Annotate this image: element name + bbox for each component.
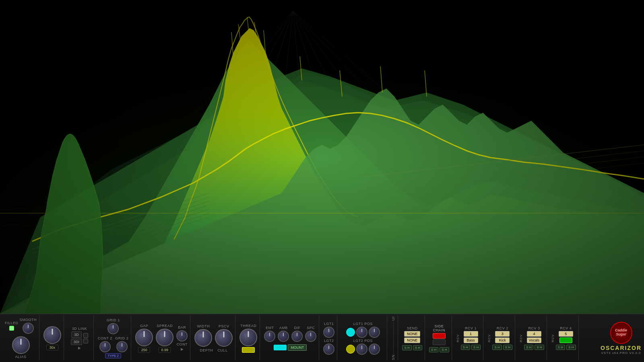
spc-knob[interactable]: [305, 331, 316, 342]
side-chain-led-red: [433, 333, 446, 339]
sh-rcv1-btn2[interactable]: S H: [471, 345, 481, 350]
vocals-label[interactable]: Vocals: [527, 337, 542, 343]
amb-knob[interactable]: [278, 331, 289, 342]
type2-btn[interactable]: TYPE 2: [105, 353, 121, 358]
bar-label: BAR: [178, 325, 186, 329]
lgt1pos-knob1[interactable]: [356, 327, 367, 338]
thread-label: THREAD: [240, 324, 256, 328]
app-title: OSCARIZOR: [601, 345, 642, 351]
sh-rcv3-btn1[interactable]: S H: [524, 345, 533, 350]
sh-rcv1-btn1[interactable]: S H: [461, 345, 470, 350]
cont-label: CONT: [177, 342, 188, 346]
3dlink-section: 3D LINK 3D 3DI ▶: [66, 316, 94, 360]
thread-knob[interactable]: [239, 329, 257, 346]
bar-arrow[interactable]: ▶: [181, 347, 184, 351]
grid2-knob[interactable]: [116, 341, 128, 352]
sh-rcv2-btn1[interactable]: S H: [492, 345, 502, 350]
link-check1[interactable]: [83, 333, 88, 338]
kick-label[interactable]: Kick: [495, 337, 510, 343]
svg-rect-46: [0, 0, 644, 314]
rcv3-vlabel: RCV: [519, 334, 523, 342]
logo-badge: Caddie Sugar: [610, 322, 632, 344]
3di-btn[interactable]: 3DI: [71, 339, 82, 345]
contz-knob[interactable]: [99, 341, 111, 352]
mount-btn[interactable]: MOUNT: [288, 344, 307, 351]
pscv-label: PSCV: [219, 324, 229, 328]
rcv3-section: RCV RCV 3 4 Vocals S H S H: [517, 316, 547, 360]
spectrum-display: 3322.40 Hz / G#7 +0 ct: [0, 0, 644, 314]
app-subtitle: VST3 x64.PRO V3.0.0: [601, 351, 641, 355]
smooth-knob[interactable]: [23, 323, 34, 334]
lgt2-color-led: [346, 345, 355, 354]
none-display[interactable]: NONE: [404, 331, 420, 337]
bass-label[interactable]: Bass: [464, 337, 478, 343]
sh-send-btn[interactable]: S H: [402, 345, 411, 350]
grid1-label: GRID 1: [107, 318, 120, 322]
control-bar: FILLED SMOOTH ALIAS 30x 3D LINK 3D 3DI: [0, 314, 644, 362]
sh-rcv4-btn2[interactable]: S H: [566, 345, 576, 350]
spread-knob[interactable]: [156, 329, 173, 346]
3d-btn[interactable]: 3D: [71, 331, 82, 338]
emt-label: EMT: [266, 326, 274, 330]
filled-checkbox[interactable]: [9, 326, 14, 331]
emt-knob[interactable]: [264, 331, 275, 342]
side-chain-label: SIDECHAIN: [433, 324, 446, 332]
sh-rcv2-btn2[interactable]: S H: [503, 345, 512, 350]
rcv1-vlabel: RCV: [456, 334, 460, 342]
grid-section: GRID 1 CONT Z GRID 2 TYPE 2: [95, 316, 131, 360]
lgt-section: LGT1 LGT2: [321, 316, 337, 360]
gap-spread-section: GAP 250 SPREAD 0.99 BAR CONT ▶: [133, 316, 190, 360]
rcv1-num[interactable]: 1: [464, 331, 478, 337]
grid1-knob[interactable]: [107, 323, 119, 334]
rcv4-num[interactable]: 5: [559, 331, 573, 337]
knob-30x[interactable]: [43, 326, 61, 344]
rcv4-label: RCV 4: [560, 326, 572, 330]
ui-sn-section: UI SN: [389, 316, 398, 360]
lgt1pos-knob2[interactable]: [369, 327, 380, 338]
rcv4-section: RCV RCV 4 5 S H S H: [549, 316, 579, 360]
rcv3-num[interactable]: 4: [527, 331, 541, 337]
lgt2pos-knob1[interactable]: [356, 343, 367, 355]
bar-knob[interactable]: [176, 330, 188, 341]
30x-value: 30x: [46, 345, 58, 350]
rcv3-label: RCV 3: [528, 326, 540, 330]
width-knob[interactable]: [194, 329, 212, 347]
sh-side-btn2[interactable]: S H: [440, 347, 449, 352]
lgt1-knob[interactable]: [323, 327, 334, 338]
side-chain-section: SIDECHAIN S H S H: [427, 316, 452, 360]
sh-rcv4-btn1[interactable]: S H: [556, 345, 565, 350]
sh-side-btn1[interactable]: S H: [429, 347, 438, 352]
alias-knob[interactable]: [12, 336, 30, 354]
dif-label: DIF: [294, 326, 300, 330]
contz-label: CONT Z: [98, 336, 112, 340]
logo-text: Caddie Sugar: [611, 329, 632, 337]
lighting-knobs-section: EMT AMB DIF SPC MOUNT: [262, 316, 319, 360]
color-led-cyan: [274, 345, 287, 350]
spread-value: 0.99: [159, 347, 171, 353]
sh-send-btn2[interactable]: S H: [413, 345, 422, 350]
link-check2[interactable]: [83, 339, 88, 343]
lgt1-label: LGT1: [324, 322, 334, 326]
30x-section: 30x: [41, 316, 64, 360]
3dlink-arrow[interactable]: ▶: [78, 346, 81, 350]
rcv1-label: RCV 1: [465, 326, 477, 330]
send-label: SEND: [407, 326, 418, 330]
lgt2-knob[interactable]: [323, 343, 334, 355]
rcv2-num[interactable]: 3: [495, 331, 510, 337]
app-logo: Caddie Sugar OSCARIZOR VST3 x64.PRO V3.0…: [601, 322, 642, 355]
pscv-knob[interactable]: [215, 329, 233, 347]
filled-label: FILLED: [5, 321, 19, 325]
lgt2pos-knob2[interactable]: [369, 343, 380, 355]
none-display2[interactable]: NONE: [404, 337, 420, 343]
sh-rcv3-btn2[interactable]: S H: [535, 345, 544, 350]
width-label: WIDTH: [197, 324, 210, 328]
sn-label: SN: [391, 354, 395, 360]
side-chain-led-off: [433, 339, 446, 345]
cull-label: CULL: [217, 348, 227, 352]
amb-label: AMB: [279, 326, 288, 330]
gap-value: 250: [138, 347, 150, 353]
dif-knob[interactable]: [291, 331, 303, 342]
rcv2-label: RCV 2: [497, 326, 508, 330]
thread-section: THREAD: [237, 316, 260, 360]
gap-knob[interactable]: [135, 329, 153, 346]
